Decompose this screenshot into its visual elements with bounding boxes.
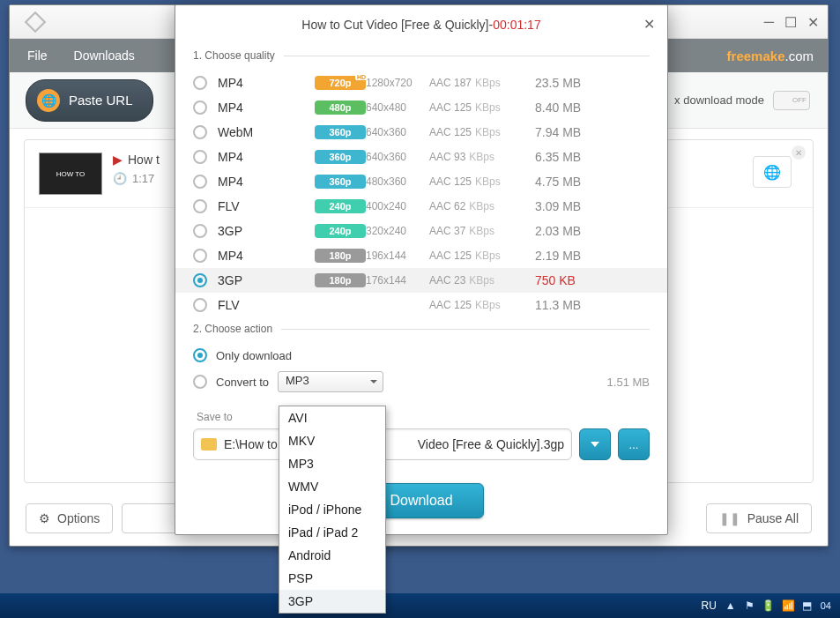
maximize-button[interactable]: ☐ bbox=[784, 14, 797, 31]
quality-radio[interactable] bbox=[193, 273, 207, 287]
quality-radio[interactable] bbox=[193, 249, 207, 263]
quality-audio: AAC 37KBps bbox=[429, 225, 535, 237]
quality-format: MP4 bbox=[218, 101, 290, 115]
quality-row[interactable]: MP4180p196x144AAC 125KBps2.19 MB bbox=[175, 243, 667, 268]
folder-icon bbox=[201, 438, 217, 450]
quality-badge: 360p bbox=[315, 175, 366, 189]
dropdown-item[interactable]: 3GP bbox=[279, 590, 385, 613]
open-source-button[interactable]: 🌐 bbox=[753, 156, 792, 188]
gear-icon: ⚙ bbox=[39, 511, 50, 525]
quality-audio: AAC 187KBps bbox=[429, 77, 535, 89]
quality-badge: 480p bbox=[315, 101, 366, 115]
item-duration: 1:17 bbox=[132, 172, 154, 185]
dialog-close-button[interactable]: ✕ bbox=[643, 16, 655, 33]
convert-format-dropdown[interactable]: AVIMKVMP3WMViPod / iPhoneiPad / iPad 2An… bbox=[279, 406, 386, 614]
quality-row[interactable]: FLVAAC 125KBps11.3 MB bbox=[175, 293, 667, 317]
quality-radio[interactable] bbox=[193, 150, 207, 164]
convert-format-select[interactable]: MP3 bbox=[278, 371, 383, 392]
quality-row[interactable]: 3GP180p176x144AAC 23KBps750 KB bbox=[175, 268, 667, 293]
quality-radio[interactable] bbox=[193, 199, 207, 213]
quality-format: 3GP bbox=[218, 273, 290, 287]
download-dialog: How to Cut Video [Free & Quickly] - 00:0… bbox=[175, 4, 668, 535]
minimize-button[interactable]: ─ bbox=[764, 14, 774, 31]
quality-row[interactable]: FLV240p400x240AAC 62KBps3.09 MB bbox=[175, 194, 667, 219]
quality-radio[interactable] bbox=[193, 125, 207, 139]
paste-url-label: Paste URL bbox=[69, 93, 133, 108]
quality-audio: AAC 23KBps bbox=[429, 274, 535, 287]
flag-icon[interactable]: ⚑ bbox=[745, 599, 755, 612]
paste-url-button[interactable]: 🌐 Paste URL bbox=[26, 79, 153, 122]
tray-up-icon[interactable]: ▲ bbox=[725, 599, 736, 612]
options-button[interactable]: ⚙ Options bbox=[26, 503, 113, 533]
quality-format: FLV bbox=[218, 298, 290, 312]
quality-audio: AAC 93KBps bbox=[429, 151, 535, 163]
quality-radio[interactable] bbox=[193, 101, 207, 115]
pause-icon: ❚❚ bbox=[719, 511, 740, 525]
taskbar-lang[interactable]: RU bbox=[702, 599, 717, 612]
action-convert-to[interactable]: Convert to MP3 1.51 MB bbox=[193, 367, 650, 397]
dropdown-item[interactable]: PSP bbox=[279, 567, 385, 590]
quality-row[interactable]: MP4720p1280x720AAC 187KBps23.5 MB bbox=[175, 71, 667, 95]
menu-downloads[interactable]: Downloads bbox=[74, 48, 135, 63]
quality-size: 6.35 MB bbox=[535, 150, 650, 164]
quality-format: MP4 bbox=[218, 249, 290, 263]
dropdown-item[interactable]: Android bbox=[279, 544, 385, 567]
quality-resolution: 640x480 bbox=[366, 101, 429, 114]
action-only-download[interactable]: Only download bbox=[193, 344, 650, 367]
menu-file[interactable]: File bbox=[27, 48, 48, 63]
taskbar: RU ▲ ⚑ 🔋 📶 ⬒ 04 bbox=[0, 593, 840, 618]
taskbar-time[interactable]: 04 bbox=[821, 600, 831, 611]
quality-size: 4.75 MB bbox=[535, 175, 650, 189]
radio-only-download[interactable] bbox=[193, 348, 207, 362]
quality-size: 2.19 MB bbox=[535, 249, 650, 263]
quality-row[interactable]: MP4360p480x360AAC 125KBps4.75 MB bbox=[175, 169, 667, 194]
quality-resolution: 400x240 bbox=[366, 200, 429, 212]
dropdown-item[interactable]: AVI bbox=[279, 406, 385, 429]
remove-item-button[interactable]: ✕ bbox=[792, 145, 806, 160]
quality-row[interactable]: MP4360p640x360AAC 93KBps6.35 MB bbox=[175, 145, 667, 169]
dropbox-icon[interactable]: ⬒ bbox=[802, 599, 812, 612]
pause-all-button[interactable]: ❚❚ Pause All bbox=[706, 503, 812, 533]
quality-radio[interactable] bbox=[193, 175, 207, 189]
quality-badge: 240p bbox=[315, 224, 366, 238]
quality-radio[interactable] bbox=[193, 76, 207, 90]
quality-resolution: 196x144 bbox=[366, 249, 429, 262]
close-window-button[interactable]: ✕ bbox=[807, 14, 819, 31]
dialog-duration: 00:01:17 bbox=[493, 18, 541, 32]
quality-badge: 720p bbox=[315, 76, 366, 90]
dropdown-item[interactable]: MKV bbox=[279, 429, 385, 452]
quality-audio: AAC 62KBps bbox=[429, 200, 535, 212]
quality-resolution: 320x240 bbox=[366, 225, 429, 237]
chevron-down-icon bbox=[591, 442, 599, 447]
youtube-icon: ▶ bbox=[113, 153, 123, 167]
quality-badge: 360p bbox=[315, 150, 366, 164]
quality-row[interactable]: MP4480p640x480AAC 125KBps8.40 MB bbox=[175, 95, 667, 120]
dropdown-item[interactable]: iPad / iPad 2 bbox=[279, 521, 385, 544]
app-logo-icon bbox=[24, 11, 47, 34]
download-mode-row: x download mode OFF bbox=[674, 91, 810, 110]
quality-format: MP4 bbox=[218, 76, 290, 90]
dropdown-item[interactable]: iPod / iPhone bbox=[279, 498, 385, 521]
section-choose-action: 2. Choose action bbox=[175, 317, 667, 344]
signal-icon[interactable]: 📶 bbox=[782, 599, 795, 612]
quality-format: WebM bbox=[218, 125, 290, 139]
dropdown-item[interactable]: MP3 bbox=[279, 452, 385, 475]
quality-format: MP4 bbox=[218, 150, 290, 164]
quality-size: 750 KB bbox=[535, 273, 650, 287]
quality-row[interactable]: WebM360p640x360AAC 125KBps7.94 MB bbox=[175, 120, 667, 145]
browse-label: ... bbox=[629, 438, 639, 451]
battery-icon[interactable]: 🔋 bbox=[762, 599, 775, 612]
quality-badge: 180p bbox=[315, 273, 366, 287]
quality-resolution: 176x144 bbox=[366, 274, 429, 287]
convert-to-label: Convert to bbox=[216, 376, 269, 389]
quality-format: MP4 bbox=[218, 175, 290, 189]
dropdown-item[interactable]: WMV bbox=[279, 475, 385, 498]
save-history-button[interactable] bbox=[579, 428, 611, 460]
browse-button[interactable]: ... bbox=[618, 428, 650, 460]
section-choose-quality: 1. Choose quality bbox=[175, 44, 667, 71]
quality-row[interactable]: 3GP240p320x240AAC 37KBps2.03 MB bbox=[175, 219, 667, 243]
download-mode-toggle[interactable]: OFF bbox=[773, 91, 810, 110]
quality-radio[interactable] bbox=[193, 224, 207, 238]
quality-radio[interactable] bbox=[193, 298, 207, 312]
radio-convert-to[interactable] bbox=[193, 375, 207, 389]
